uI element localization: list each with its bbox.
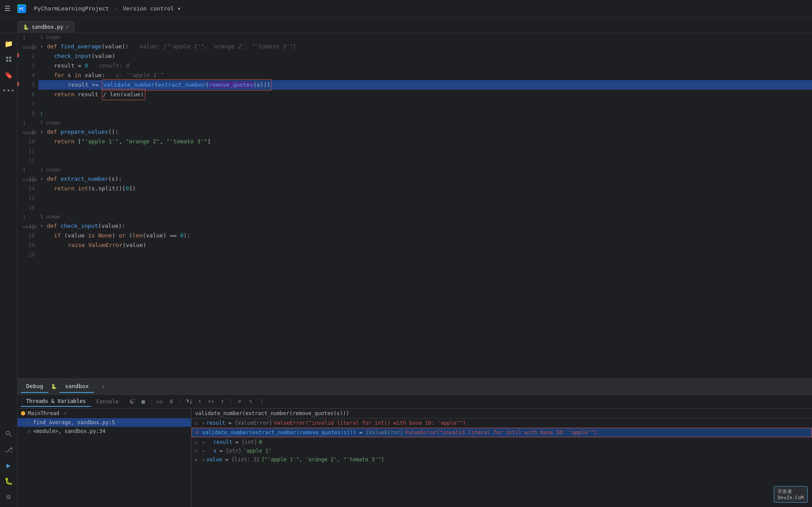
restart-icon[interactable] [127, 397, 137, 406]
code-editor[interactable]: 1 usage 1 2 3 4 5 6 7 8 1 usage [17, 33, 812, 379]
debug-tab-label[interactable]: Debug [21, 380, 48, 393]
threads-variables-tab[interactable]: Threads & Variables [21, 396, 91, 407]
debug-run-icon[interactable]: 🐛 [2, 474, 16, 488]
tab-close-button[interactable]: ✕ [66, 24, 69, 30]
error-indicator-icon: ⊘ [195, 429, 199, 436]
var-type-icon-4: ⇔ [202, 457, 205, 462]
current-call-display: validate_number(extract_number(remove_qu… [192, 409, 812, 419]
var-result-int[interactable]: ⊡ ⇔ result = {int} 0 [192, 438, 812, 446]
sidebar-icons: 📁 🔖 ••• ⎇ ▶ 🐛 ⚙ [0, 33, 17, 507]
debug-tab-text: Debug [26, 383, 43, 389]
more-tools-icon[interactable]: ••• [2, 84, 16, 98]
frame-icon-2: ⊡ [28, 429, 30, 434]
usage-hint-1: 1 usage [21, 33, 35, 42]
frame-find-average[interactable]: ⊡ find_average, sandbox.py:5 [17, 418, 191, 427]
git-icon[interactable]: ⎇ [2, 443, 16, 456]
line-numbers: 1 usage 1 2 3 4 5 6 7 8 1 usage [17, 33, 38, 379]
expand-icon-4: ▶ [195, 457, 200, 462]
code-lines: 1 usage ▾ def find_average(value): value… [38, 33, 812, 379]
var-s-str[interactable]: ⊡ ⇔ s = {str} 'apple 1' [192, 446, 812, 455]
svg-rect-5 [9, 60, 11, 62]
code-line-12 [38, 156, 812, 166]
code-line-9: ▾ def prepare_values(): [38, 127, 812, 137]
sandbox-process-tab[interactable]: sandbox [60, 380, 94, 393]
debug-content: MainThread ▾ ⊡ find_average, sandbox.py:… [17, 409, 812, 507]
pause-icon[interactable]: ⏸ [167, 397, 176, 406]
main-container: 📁 🔖 ••• ⎇ ▶ 🐛 ⚙ 1 usage 1 2 [0, 33, 812, 507]
svg-point-6 [6, 431, 10, 435]
separator-3 [231, 398, 231, 405]
thread-status-indicator [21, 411, 25, 416]
var-type-icon-1: ⇔ [202, 421, 205, 426]
var-type-icon-2: ⇔ [202, 440, 205, 445]
code-line-10: return ["'apple 1'", "orange 2", "'tomat… [38, 137, 812, 146]
file-tab-sandbox[interactable]: 🐍 sandbox.py ✕ [17, 21, 74, 33]
run-icon[interactable]: ▶ [2, 458, 16, 472]
project-name[interactable]: PyCharmLearningProject [30, 3, 112, 14]
code-line-20 [38, 250, 812, 260]
svg-rect-4 [6, 60, 8, 62]
more-options-icon[interactable]: ⋮ [257, 397, 267, 406]
usage-hint-2: 1 usage [21, 118, 35, 127]
settings-icon[interactable]: ⚙ [2, 490, 16, 504]
folder-icon[interactable]: 📁 [2, 37, 16, 51]
editor-area: 1 usage 1 2 3 4 5 6 7 8 1 usage [17, 33, 812, 507]
code-line-16 [38, 203, 812, 213]
frame-label-2: <module>, sandbox.py:34 [33, 428, 105, 434]
code-line-17: ▾ def check_input(value): [38, 221, 812, 231]
frame-label-1: find_average, sandbox.py:5 [33, 419, 115, 426]
titlebar: ☰ PC PyCharmLearningProject › Version co… [0, 0, 812, 17]
usage-hint-3: 1 usage [21, 166, 35, 174]
code-line-6: return result / len(value) [38, 90, 812, 99]
code-line-18: if (value is None) or (len(value) == 0): [38, 231, 812, 240]
usage-hint-row-1: 1 usage [38, 33, 812, 42]
tab-label: sandbox.py [32, 24, 63, 30]
stop-icon[interactable]: ■ [138, 397, 148, 406]
frame-icon-1: ⊡ [28, 420, 30, 425]
hamburger-menu[interactable]: ☰ [4, 4, 10, 13]
var-type-icon-3: ⇔ [202, 449, 205, 453]
structure-icon[interactable] [2, 52, 16, 66]
variables-panel: validate_number(extract_number(remove_qu… [192, 409, 812, 507]
current-call-text: validate_number(extract_number(remove_qu… [195, 410, 349, 416]
var-result-error[interactable]: ⊡ ⇔ result = {ValueError} ValueError("in… [192, 419, 812, 427]
var-value-list[interactable]: ▶ ⇔ value = {list: 3} ["'apple 1'", 'ora… [192, 455, 812, 464]
svg-line-7 [10, 435, 11, 436]
debug-panel: Debug 🐍 sandbox ✕ Threads & Variables Co… [17, 379, 812, 507]
debug-icons: ■ ▷▷ ⏸ ⤓ ⬇ ⬇⬇ ⬆ ⊘ ✎ ⋮ [127, 397, 267, 406]
code-line-14: return int(s.split()[0]) [38, 184, 812, 193]
resume-icon[interactable]: ▷▷ [155, 397, 165, 406]
frame-module[interactable]: ⊡ <module>, sandbox.py:34 [17, 427, 191, 436]
search-icon[interactable] [2, 427, 16, 441]
watermark: 开发者DevZe.CoM [774, 486, 808, 503]
expand-icon-1: ⊡ [195, 421, 200, 426]
main-thread-header[interactable]: MainThread ▾ [17, 409, 191, 418]
thread-name: MainThread [28, 410, 59, 416]
watermark-text: 开发者DevZe.CoM [778, 489, 804, 500]
titlebar-menu: PyCharmLearningProject › Version control… [30, 3, 184, 14]
svg-text:PC: PC [19, 7, 24, 11]
bookmark-icon[interactable]: 🔖 [2, 68, 16, 82]
separator-1 [152, 398, 152, 405]
step-into-my-code-icon[interactable]: ⬇⬇ [206, 397, 216, 406]
code-line-4: for s in value: s: "'apple 1'" [38, 71, 812, 80]
frames-panel: MainThread ▾ ⊡ find_average, sandbox.py:… [17, 409, 192, 507]
python-file-icon: 🐍 [23, 24, 29, 30]
step-over-icon[interactable]: ⤓ [184, 397, 193, 406]
step-out-icon[interactable]: ⬆ [218, 397, 227, 406]
code-line-11 [38, 146, 812, 156]
evaluate-icon[interactable]: ✎ [246, 397, 256, 406]
code-line-19: raise ValueError(value) [38, 240, 812, 250]
expand-icon-3: ⊡ [195, 449, 200, 453]
code-line-3: result = 0 result: 0 [38, 61, 812, 71]
tabbar: 🐍 sandbox.py ✕ [0, 17, 812, 33]
step-into-icon[interactable]: ⬇ [195, 397, 205, 406]
console-tab[interactable]: Console [91, 397, 124, 406]
code-line-15 [38, 193, 812, 203]
usage-hint-row-4: 1 usage [38, 213, 812, 221]
sandbox-close[interactable]: ✕ [97, 381, 110, 392]
usage-hint-4: 1 usage [21, 213, 35, 221]
run-to-cursor-icon[interactable]: ⊘ [235, 397, 244, 406]
version-control-menu[interactable]: Version control ▾ [119, 3, 184, 14]
var-validate-call[interactable]: ⊘ validate_number(extract_number(remove_… [192, 428, 812, 437]
